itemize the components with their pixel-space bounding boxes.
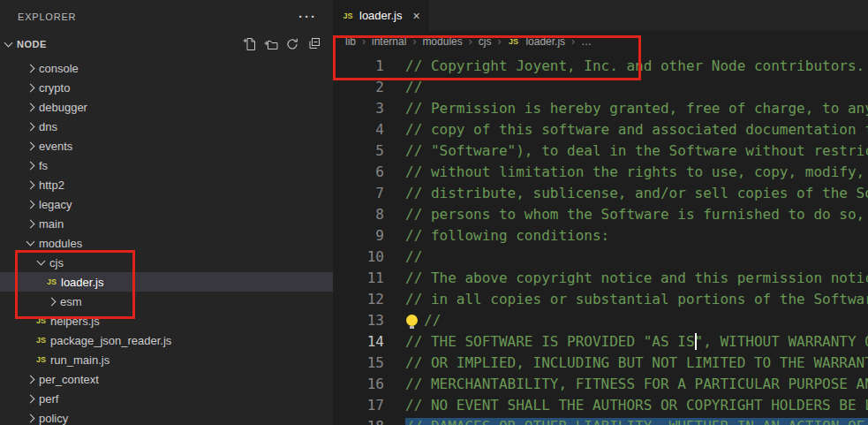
tree-item-per-context[interactable]: per_context [0, 369, 333, 389]
lightbulb-icon[interactable] [406, 315, 418, 326]
tree-item-console[interactable]: console [0, 58, 333, 78]
tree-item-debugger[interactable]: debugger [0, 97, 333, 117]
chevron-right-icon [23, 124, 37, 130]
tree-item-helpers-js[interactable]: JShelpers.js [0, 311, 333, 330]
code-line-1[interactable]: 1// Copyright Joyent, Inc. and other Nod… [333, 56, 868, 77]
chevron-down-icon [23, 241, 37, 245]
code-line-4[interactable]: 4// copy of this software and associated… [333, 119, 868, 140]
tree-item-label: http2 [39, 178, 64, 192]
tree-item-legacy[interactable]: legacy [0, 194, 333, 214]
tree-item-fs[interactable]: fs [0, 156, 333, 175]
code-line-3[interactable]: 3// Permission is hereby granted, free o… [333, 98, 868, 119]
tree-item-label: policy [39, 412, 68, 425]
code-text: // The above copyright notice and this p… [384, 268, 868, 289]
tree-item-crypto[interactable]: crypto [0, 78, 333, 97]
code-text: // "Software"), to deal in the Software … [384, 140, 868, 162]
breadcrumb-item-lib[interactable]: lib [345, 35, 356, 48]
tree-item-label: dns [39, 120, 57, 133]
code-line-2[interactable]: 2// [333, 77, 868, 98]
line-number: 16 [333, 374, 384, 395]
code-line-12[interactable]: 12// in all copies or substantial portio… [333, 289, 868, 310]
code-line-16[interactable]: 16// MERCHANTABILITY, FITNESS FOR A PART… [333, 374, 868, 395]
tree-item-perf[interactable]: perf [0, 389, 333, 408]
line-number: 7 [333, 183, 384, 204]
close-icon[interactable]: × [412, 9, 419, 23]
code-line-5[interactable]: 5// "Software"), to deal in the Software… [333, 140, 868, 162]
tree-item-events[interactable]: events [0, 136, 333, 156]
code-line-10[interactable]: 10// [333, 247, 868, 268]
refresh-icon[interactable] [285, 37, 299, 51]
tree-item-label: helpers.js [50, 315, 100, 328]
selected-comment-text: // DAMAGES OR OTHER LIABILITY, WHETHER I… [405, 418, 868, 425]
chevron-down-icon [34, 261, 48, 264]
code-line-15[interactable]: 15// OR IMPLIED, INCLUDING BUT NOT LIMIT… [333, 353, 868, 374]
tree-item-http2[interactable]: http2 [0, 175, 333, 194]
vscode-window: EXPLORER ··· NODE consolecrypt [0, 0, 868, 425]
code-text: // OR IMPLIED, INCLUDING BUT NOT LIMITED… [384, 353, 868, 374]
breadcrumb-item-loader-js[interactable]: loader.js [525, 35, 565, 48]
tab-loader-js[interactable]: JS loader.js × [333, 0, 429, 31]
comment-text: // [405, 248, 422, 265]
tree-item-policy[interactable]: policy [0, 408, 333, 425]
tree-item-package-json-reader-js[interactable]: JSpackage_json_reader.js [0, 330, 333, 350]
tree-item-label: cjs [49, 256, 64, 269]
comment-text: // THE SOFTWARE IS PROVIDED "AS IS", WIT… [405, 333, 868, 350]
new-folder-icon[interactable] [264, 37, 278, 51]
comment-text: // without limitation the rights to use,… [405, 163, 868, 180]
comment-text: // [424, 312, 441, 329]
js-file-icon: JS [507, 37, 519, 46]
js-file-icon: JS [342, 11, 354, 20]
code-line-7[interactable]: 7// distribute, sublicense, and/or sell … [333, 183, 868, 204]
chevron-right-icon [23, 415, 37, 421]
code-editor[interactable]: 1// Copyright Joyent, Inc. and other Nod… [333, 52, 868, 425]
line-number: 5 [333, 140, 384, 162]
breadcrumb-separator: › [362, 35, 366, 48]
chevron-right-icon [23, 85, 37, 91]
tree-item-label: loader.js [61, 276, 103, 289]
tree-item-label: console [39, 62, 79, 75]
line-number: 1 [333, 56, 384, 77]
tree-item-main[interactable]: main [0, 214, 333, 233]
code-text: // copy of this software and associated … [384, 119, 868, 140]
tab-bar: JS loader.js × [333, 0, 868, 31]
line-number: 11 [333, 268, 384, 289]
code-text: // Copyright Joyent, Inc. and other Node… [384, 56, 864, 77]
code-line-11[interactable]: 11// The above copyright notice and this… [333, 268, 868, 289]
breadcrumb-item-modules[interactable]: modules [422, 35, 462, 48]
chevron-right-icon [23, 376, 37, 383]
code-line-17[interactable]: 17// NO EVENT SHALL THE AUTHORS OR COPYR… [333, 395, 868, 416]
code-line-9[interactable]: 9// following conditions: [333, 225, 868, 247]
tree-item-label: crypto [39, 81, 70, 95]
tree-item-dns[interactable]: dns [0, 117, 333, 136]
code-text: // THE SOFTWARE IS PROVIDED "AS IS", WIT… [384, 331, 868, 353]
line-number: 2 [333, 77, 384, 98]
comment-text: // OR IMPLIED, INCLUDING BUT NOT LIMITED… [405, 354, 868, 371]
more-actions-icon[interactable]: ··· [298, 12, 317, 21]
code-line-18[interactable]: 18// DAMAGES OR OTHER LIABILITY, WHETHER… [333, 416, 868, 425]
line-number: 4 [333, 119, 384, 140]
tab-label: loader.js [359, 9, 402, 22]
breadcrumb-item-cjs[interactable]: cjs [479, 35, 492, 48]
section-label: NODE [17, 39, 243, 49]
comment-text: // MERCHANTABILITY, FITNESS FOR A PARTIC… [405, 376, 868, 392]
breadcrumb-item--[interactable]: … [581, 35, 592, 48]
code-line-13[interactable]: 13// [333, 310, 868, 331]
breadcrumb-separator: › [469, 35, 472, 48]
line-number: 8 [333, 204, 384, 225]
tree-item-esm[interactable]: esm [0, 292, 333, 311]
collapse-all-icon[interactable] [306, 37, 321, 51]
tree-item-label: package_json_reader.js [50, 334, 171, 347]
chevron-right-icon [44, 299, 58, 305]
tree-item-modules[interactable]: modules [0, 233, 333, 253]
tree-item-loader-js[interactable]: JSloader.js [0, 272, 333, 292]
new-file-icon[interactable] [243, 37, 257, 51]
tree-item-run-main-js[interactable]: JSrun_main.js [0, 350, 333, 369]
tree-item-cjs[interactable]: cjs [0, 253, 333, 272]
code-line-14[interactable]: 14// THE SOFTWARE IS PROVIDED "AS IS", W… [333, 331, 868, 353]
code-line-6[interactable]: 6// without limitation the rights to use… [333, 162, 868, 183]
code-line-8[interactable]: 8// persons to whom the Software is furn… [333, 204, 868, 225]
chevron-right-icon [23, 201, 37, 208]
section-header-node[interactable]: NODE [0, 34, 333, 55]
breadcrumb-item-internal[interactable]: internal [372, 35, 406, 48]
tree-item-label: legacy [39, 198, 72, 211]
